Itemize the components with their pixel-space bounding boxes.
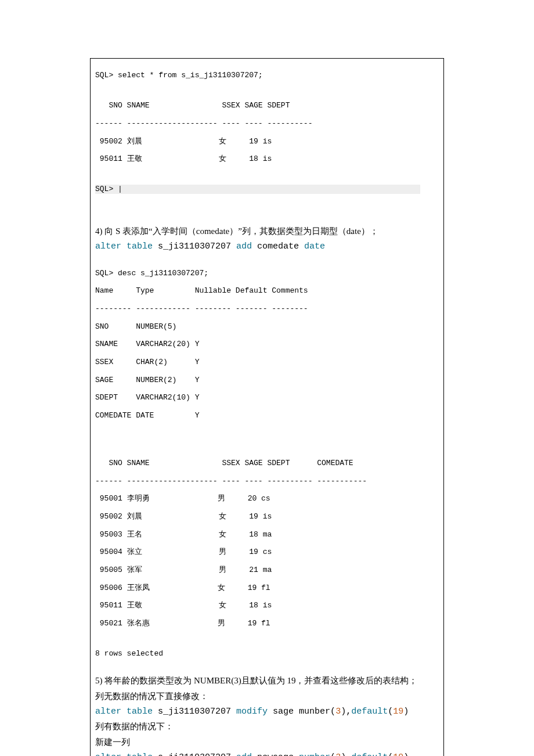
q5-note-2: 列有数据的情况下：	[95, 719, 439, 735]
table-row: SDEPT VARCHAR2(10) Y	[95, 393, 439, 402]
code-line-q4: alter table s_ji3110307207 add comedate …	[95, 239, 439, 254]
desc-output-block: SQL> desc s_ji3110307207; Name Type Null…	[95, 260, 439, 429]
question-5: 5) 将年龄的数据类型改为 NUMBER(3)且默认值为 19，并查看这些修改后…	[95, 673, 439, 689]
table-row: SAGE NUMBER(2) Y	[95, 376, 439, 384]
table-header: SNO SNAME SSEX SAGE SDEPT COMEDATE	[95, 459, 439, 467]
page: SQL> select * from s_is_ji3110307207; SN…	[0, 0, 534, 756]
table-row: 95011 王敬 女 18 is	[95, 154, 439, 163]
sql-output-block-2: SNO SNAME SSEX SAGE SDEPT COMEDATE -----…	[95, 450, 439, 667]
q5-note-1: 列无数据的情况下直接修改：	[95, 689, 439, 704]
table-header: Name Type Nullable Default Comments	[95, 286, 439, 295]
table-row: 95005 张军 男 21 ma	[95, 566, 439, 574]
table-row: SSEX CHAR(2) Y	[95, 358, 439, 366]
rows-selected: 8 rows selected	[95, 649, 439, 658]
table-row: 95011 王敬 女 18 is	[95, 601, 439, 610]
table-row: COMEDATE DATE Y	[95, 411, 439, 420]
table-header: SNO SNAME SSEX SAGE SDEPT	[95, 101, 439, 110]
sql-prompt: SQL>	[95, 185, 118, 193]
table-divider: ------ -------------------- ---- ---- --…	[95, 477, 439, 485]
table-row: 95002 刘晨 女 19 is	[95, 512, 439, 521]
table-row: 95001 李明勇 男 20 cs	[95, 494, 439, 503]
sql-command: SQL> desc s_ji3110307207;	[95, 269, 439, 278]
table-row: 95003 王名 女 18 ma	[95, 530, 439, 539]
table-divider: -------- ------------ -------- ------- -…	[95, 304, 439, 313]
table-row: SNO NUMBER(5)	[95, 322, 439, 331]
sql-command: SQL> select * from s_is_ji3110307207;	[95, 71, 439, 80]
content-box: SQL> select * from s_is_ji3110307207; SN…	[90, 58, 444, 756]
question-4: 4) 向 S 表添加“入学时间（comedate）”列，其数据类型为日期型（da…	[95, 224, 439, 239]
table-row: 95004 张立 男 19 cs	[95, 548, 439, 556]
sql-prompt-line: SQL> |	[95, 185, 439, 193]
code-line-q5-1: alter table s_ji3110307207 modify sage m…	[95, 704, 439, 719]
code-line-q5-2: alter table s_ji3110307207 add newsage n…	[95, 750, 439, 756]
sql-output-block-1: SQL> select * from s_is_ji3110307207; SN…	[95, 62, 439, 203]
table-row: 95002 刘晨 女 19 is	[95, 137, 439, 146]
q5-note-3: 新建一列	[95, 735, 439, 750]
table-divider: ------ -------------------- ---- ---- --…	[95, 119, 439, 128]
table-row: SNAME VARCHAR2(20) Y	[95, 340, 439, 348]
table-row: 95021 张名惠 男 19 fl	[95, 619, 439, 628]
table-row: 95006 王张凤 女 19 fl	[95, 584, 439, 592]
